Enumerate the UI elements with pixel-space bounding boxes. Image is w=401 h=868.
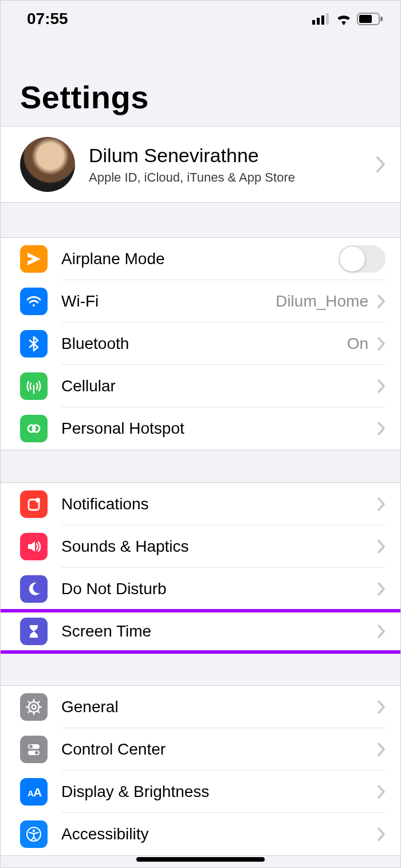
page-title: Settings — [1, 33, 400, 126]
row-label: Personal Hotspot — [61, 419, 374, 438]
row-label: Control Center — [61, 740, 374, 759]
textsize-icon: AA — [20, 778, 48, 806]
svg-line-21 — [38, 711, 40, 713]
row-label: Sounds & Haptics — [61, 537, 374, 556]
svg-point-27 — [35, 751, 38, 755]
row-label: Airplane Mode — [61, 250, 339, 268]
profile-subtitle: Apple ID, iCloud, iTunes & App Store — [89, 170, 359, 185]
group-system: General Control Center AA Display & Brig… — [1, 685, 400, 856]
svg-rect-7 — [380, 17, 383, 21]
chevron-right-icon — [378, 785, 386, 799]
row-do-not-disturb[interactable]: Do Not Disturb — [1, 568, 400, 610]
svg-rect-0 — [312, 20, 315, 25]
row-value: On — [347, 335, 368, 353]
group-connectivity: Airplane Mode Wi-Fi Dilum_Home Bluetooth… — [1, 237, 400, 450]
profile-name: Dilum Senevirathne — [89, 144, 359, 167]
svg-rect-6 — [359, 15, 372, 23]
cellular-antenna-icon — [20, 372, 48, 400]
airplane-icon — [20, 245, 48, 273]
row-bluetooth[interactable]: Bluetooth On — [1, 323, 400, 365]
svg-line-20 — [29, 702, 30, 704]
row-label: Screen Time — [61, 622, 374, 641]
group-alerts: Notifications Sounds & Haptics Do Not Di… — [1, 482, 400, 653]
notifications-icon — [20, 490, 48, 518]
chevron-right-icon — [378, 625, 386, 638]
switches-icon — [20, 736, 48, 763]
svg-point-25 — [29, 745, 33, 748]
chevron-right-icon — [378, 337, 386, 351]
svg-point-8 — [33, 304, 35, 307]
status-indicators — [312, 13, 383, 25]
svg-point-13 — [36, 498, 40, 502]
chevron-right-icon — [378, 379, 386, 393]
bluetooth-icon — [20, 330, 48, 358]
svg-line-23 — [29, 711, 30, 713]
avatar — [20, 137, 75, 192]
speaker-icon — [20, 533, 48, 560]
status-bar: 07:55 — [1, 1, 400, 33]
svg-text:A: A — [33, 785, 42, 799]
airplane-toggle[interactable] — [339, 245, 386, 273]
svg-point-15 — [32, 705, 36, 709]
chevron-right-icon — [378, 827, 386, 841]
wifi-icon — [335, 13, 352, 25]
row-label: Cellular — [61, 377, 374, 395]
row-label: General — [61, 698, 374, 716]
chevron-right-icon — [376, 156, 386, 172]
row-label: Bluetooth — [61, 335, 347, 353]
moon-icon — [20, 575, 48, 603]
row-wifi[interactable]: Wi-Fi Dilum_Home — [1, 280, 400, 323]
svg-line-22 — [38, 702, 40, 704]
svg-point-31 — [33, 830, 35, 832]
row-display-brightness[interactable]: AA Display & Brightness — [1, 771, 400, 813]
svg-rect-3 — [326, 13, 329, 25]
row-label: Wi-Fi — [61, 292, 276, 311]
chevron-right-icon — [378, 700, 386, 714]
svg-rect-1 — [317, 18, 320, 25]
row-sounds-haptics[interactable]: Sounds & Haptics — [1, 525, 400, 568]
svg-point-4 — [343, 22, 345, 25]
hourglass-icon — [20, 618, 48, 645]
chevron-right-icon — [378, 422, 386, 435]
chevron-right-icon — [378, 540, 386, 553]
svg-point-11 — [33, 425, 40, 432]
battery-icon — [357, 13, 383, 25]
wifi-icon — [20, 288, 48, 315]
home-indicator[interactable] — [136, 857, 265, 862]
row-general[interactable]: General — [1, 686, 400, 728]
chevron-right-icon — [378, 497, 386, 511]
profile-group: Dilum Senevirathne Apple ID, iCloud, iTu… — [1, 126, 400, 203]
status-time: 07:55 — [27, 10, 68, 28]
row-notifications[interactable]: Notifications — [1, 483, 400, 525]
row-label: Do Not Disturb — [61, 580, 374, 598]
svg-rect-2 — [321, 15, 324, 25]
hotspot-icon — [20, 415, 48, 442]
row-cellular[interactable]: Cellular — [1, 365, 400, 407]
accessibility-icon — [20, 820, 48, 848]
row-value: Dilum_Home — [276, 292, 368, 311]
row-label: Notifications — [61, 495, 374, 513]
chevron-right-icon — [378, 294, 386, 308]
row-control-center[interactable]: Control Center — [1, 728, 400, 771]
row-accessibility[interactable]: Accessibility — [1, 813, 400, 855]
chevron-right-icon — [378, 743, 386, 756]
cellular-icon — [312, 13, 331, 25]
row-label: Accessibility — [61, 825, 374, 843]
row-personal-hotspot[interactable]: Personal Hotspot — [1, 407, 400, 450]
row-screen-time[interactable]: Screen Time — [1, 610, 400, 653]
gear-icon — [20, 693, 48, 721]
row-airplane-mode[interactable]: Airplane Mode — [1, 238, 400, 280]
chevron-right-icon — [378, 582, 386, 596]
row-label: Display & Brightness — [61, 783, 374, 801]
apple-id-row[interactable]: Dilum Senevirathne Apple ID, iCloud, iTu… — [1, 127, 400, 202]
